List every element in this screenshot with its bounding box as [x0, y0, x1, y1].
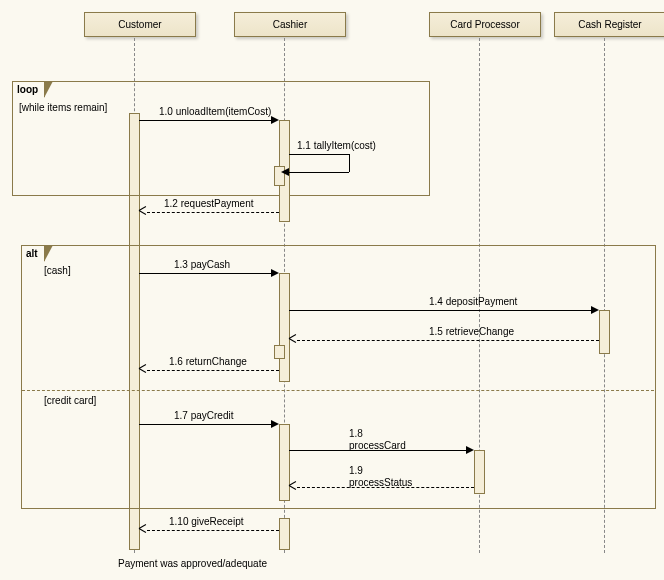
- activation-cashregister: [599, 310, 610, 354]
- alt-divider: [22, 390, 654, 391]
- fragment-loop: loop: [12, 81, 430, 196]
- lifeline-cashier: Cashier: [234, 12, 346, 37]
- note-payment: Payment was approved/adequate: [118, 558, 267, 569]
- fragment-label: alt: [26, 248, 38, 259]
- message-givereceipt: 1.10 giveReceipt: [139, 518, 279, 532]
- message-label: 1.6 returnChange: [169, 356, 247, 367]
- lifeline-label: Cash Register: [578, 19, 641, 30]
- lifeline-label: Customer: [118, 19, 161, 30]
- lifeline-label: Card Processor: [450, 19, 519, 30]
- lifeline-label: Cashier: [273, 19, 307, 30]
- fragment-alt: alt: [21, 245, 656, 509]
- lifeline-cash-register: Cash Register: [554, 12, 664, 37]
- message-depositpayment: 1.4 depositPayment: [289, 298, 599, 312]
- activation-cardprocessor: [474, 450, 485, 494]
- guard-loop: [while items remain]: [19, 102, 107, 113]
- message-paycredit: 1.7 payCredit: [139, 412, 279, 426]
- message-processcard: 1.8 processCard: [289, 438, 474, 452]
- message-tallyitem: 1.1 tallyItem(cost): [289, 142, 369, 156]
- message-label: 1.7 payCredit: [174, 410, 233, 421]
- message-num: 1.9: [349, 465, 363, 476]
- message-label: 1.10 giveReceipt: [169, 516, 244, 527]
- activation-cashier-change: [274, 345, 285, 359]
- message-label: 1.5 retrieveChange: [429, 326, 514, 337]
- message-num: 1.8: [349, 428, 363, 439]
- message-label: 1.3 payCash: [174, 259, 230, 270]
- message-label: 1.2 requestPayment: [164, 198, 254, 209]
- message-processstatus: 1.9 processStatus: [289, 475, 474, 489]
- message-label: 1.0 unloadItem(itemCost): [159, 106, 271, 117]
- fragment-tab-alt: alt: [21, 245, 45, 261]
- message-returnchange: 1.6 returnChange: [139, 358, 279, 372]
- activation-cashier-credit: [279, 424, 290, 501]
- message-retrievechange: 1.5 retrieveChange: [289, 328, 599, 342]
- activation-cashier-receipt: [279, 518, 290, 550]
- message-paycash: 1.3 payCash: [139, 261, 279, 275]
- message-label: 1.1 tallyItem(cost): [297, 140, 376, 151]
- guard-cash: [cash]: [44, 265, 71, 276]
- lifeline-customer: Customer: [84, 12, 196, 37]
- message-requestpayment: 1.2 requestPayment: [139, 200, 279, 214]
- message-unloaditem: 1.0 unloadItem(itemCost): [139, 108, 279, 122]
- guard-credit: [credit card]: [44, 395, 96, 406]
- fragment-label: loop: [17, 84, 38, 95]
- message-label: 1.4 depositPayment: [429, 296, 517, 307]
- fragment-tab-loop: loop: [12, 81, 45, 97]
- lifeline-card-processor: Card Processor: [429, 12, 541, 37]
